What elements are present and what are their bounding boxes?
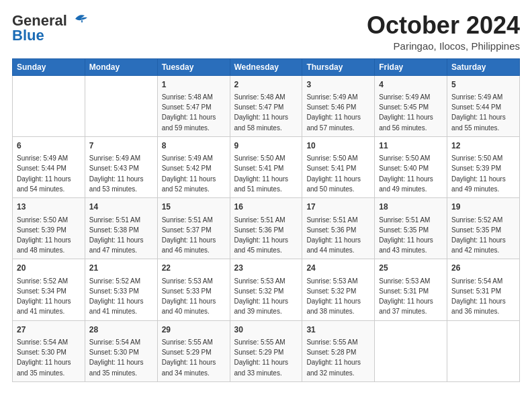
day-number: 19 bbox=[451, 201, 515, 213]
day-detail: Sunrise: 5:53 AM Sunset: 5:32 PM Dayligh… bbox=[234, 277, 289, 316]
day-detail: Sunrise: 5:55 AM Sunset: 5:28 PM Dayligh… bbox=[306, 338, 361, 377]
day-number: 18 bbox=[379, 201, 443, 213]
calendar-day-cell: 21Sunrise: 5:52 AM Sunset: 5:33 PM Dayli… bbox=[85, 259, 157, 320]
title-block: October 2024 Paringao, Ilocos, Philippin… bbox=[367, 12, 520, 52]
day-detail: Sunrise: 5:52 AM Sunset: 5:33 PM Dayligh… bbox=[89, 277, 144, 316]
day-number: 12 bbox=[451, 140, 515, 152]
logo-blue: Blue bbox=[12, 27, 44, 44]
calendar-day-cell: 2Sunrise: 5:48 AM Sunset: 5:47 PM Daylig… bbox=[230, 75, 302, 136]
calendar-day-cell: 30Sunrise: 5:55 AM Sunset: 5:29 PM Dayli… bbox=[230, 320, 302, 381]
calendar-week-row: 13Sunrise: 5:50 AM Sunset: 5:39 PM Dayli… bbox=[13, 198, 520, 259]
calendar-day-cell: 23Sunrise: 5:53 AM Sunset: 5:32 PM Dayli… bbox=[230, 259, 302, 320]
day-detail: Sunrise: 5:48 AM Sunset: 5:47 PM Dayligh… bbox=[162, 93, 216, 132]
day-detail: Sunrise: 5:52 AM Sunset: 5:34 PM Dayligh… bbox=[17, 277, 71, 316]
calendar-day-cell bbox=[375, 320, 447, 381]
weekday-header: Wednesday bbox=[230, 58, 302, 75]
calendar-day-cell: 3Sunrise: 5:49 AM Sunset: 5:46 PM Daylig… bbox=[302, 75, 375, 136]
calendar-day-cell: 27Sunrise: 5:54 AM Sunset: 5:30 PM Dayli… bbox=[13, 320, 85, 381]
weekday-header: Sunday bbox=[13, 58, 85, 75]
day-number: 26 bbox=[451, 263, 515, 274]
day-number: 5 bbox=[451, 79, 515, 91]
weekday-header: Thursday bbox=[302, 58, 375, 75]
day-number: 23 bbox=[234, 263, 298, 274]
weekday-header: Tuesday bbox=[157, 58, 230, 75]
calendar-day-cell: 29Sunrise: 5:55 AM Sunset: 5:29 PM Dayli… bbox=[157, 320, 230, 381]
calendar-day-cell: 1Sunrise: 5:48 AM Sunset: 5:47 PM Daylig… bbox=[157, 75, 230, 136]
day-number: 9 bbox=[234, 140, 298, 152]
day-detail: Sunrise: 5:50 AM Sunset: 5:39 PM Dayligh… bbox=[451, 154, 506, 193]
calendar-day-cell: 9Sunrise: 5:50 AM Sunset: 5:41 PM Daylig… bbox=[230, 136, 302, 197]
day-detail: Sunrise: 5:51 AM Sunset: 5:38 PM Dayligh… bbox=[89, 216, 144, 255]
calendar-day-cell: 28Sunrise: 5:54 AM Sunset: 5:30 PM Dayli… bbox=[85, 320, 157, 381]
header: General Blue October 2024 Paringao, Iloc… bbox=[12, 12, 520, 52]
logo-bird-icon bbox=[70, 12, 90, 27]
day-number: 27 bbox=[17, 324, 81, 336]
day-number: 28 bbox=[89, 324, 153, 336]
calendar-day-cell: 19Sunrise: 5:52 AM Sunset: 5:35 PM Dayli… bbox=[447, 198, 520, 259]
calendar-week-row: 27Sunrise: 5:54 AM Sunset: 5:30 PM Dayli… bbox=[13, 320, 520, 381]
calendar-day-cell: 25Sunrise: 5:53 AM Sunset: 5:31 PM Dayli… bbox=[375, 259, 447, 320]
location-subtitle: Paringao, Ilocos, Philippines bbox=[367, 40, 520, 52]
weekday-header: Saturday bbox=[447, 58, 520, 75]
calendar-day-cell bbox=[447, 320, 520, 381]
calendar-day-cell bbox=[13, 75, 85, 136]
calendar-day-cell: 31Sunrise: 5:55 AM Sunset: 5:28 PM Dayli… bbox=[302, 320, 375, 381]
day-number: 21 bbox=[89, 263, 153, 274]
calendar-day-cell: 24Sunrise: 5:53 AM Sunset: 5:32 PM Dayli… bbox=[302, 259, 375, 320]
day-number: 1 bbox=[162, 79, 226, 91]
month-title: October 2024 bbox=[367, 12, 520, 39]
calendar-day-cell: 11Sunrise: 5:50 AM Sunset: 5:40 PM Dayli… bbox=[375, 136, 447, 197]
calendar-header-row: SundayMondayTuesdayWednesdayThursdayFrid… bbox=[13, 58, 520, 75]
calendar-day-cell: 4Sunrise: 5:49 AM Sunset: 5:45 PM Daylig… bbox=[375, 75, 447, 136]
day-detail: Sunrise: 5:55 AM Sunset: 5:29 PM Dayligh… bbox=[162, 338, 216, 377]
day-detail: Sunrise: 5:51 AM Sunset: 5:36 PM Dayligh… bbox=[234, 216, 289, 255]
logo: General Blue bbox=[12, 12, 90, 44]
calendar-week-row: 1Sunrise: 5:48 AM Sunset: 5:47 PM Daylig… bbox=[13, 75, 520, 136]
calendar-day-cell: 13Sunrise: 5:50 AM Sunset: 5:39 PM Dayli… bbox=[13, 198, 85, 259]
calendar-day-cell: 14Sunrise: 5:51 AM Sunset: 5:38 PM Dayli… bbox=[85, 198, 157, 259]
day-number: 29 bbox=[162, 324, 226, 336]
day-number: 4 bbox=[379, 79, 443, 91]
day-number: 31 bbox=[306, 324, 370, 336]
calendar-day-cell: 16Sunrise: 5:51 AM Sunset: 5:36 PM Dayli… bbox=[230, 198, 302, 259]
calendar-day-cell: 15Sunrise: 5:51 AM Sunset: 5:37 PM Dayli… bbox=[157, 198, 230, 259]
day-number: 16 bbox=[234, 201, 298, 213]
day-detail: Sunrise: 5:51 AM Sunset: 5:36 PM Dayligh… bbox=[306, 216, 361, 255]
day-detail: Sunrise: 5:49 AM Sunset: 5:44 PM Dayligh… bbox=[17, 154, 71, 193]
day-detail: Sunrise: 5:53 AM Sunset: 5:32 PM Dayligh… bbox=[306, 277, 361, 316]
day-number: 15 bbox=[162, 201, 226, 213]
calendar-day-cell: 10Sunrise: 5:50 AM Sunset: 5:41 PM Dayli… bbox=[302, 136, 375, 197]
day-detail: Sunrise: 5:51 AM Sunset: 5:35 PM Dayligh… bbox=[379, 216, 433, 255]
day-detail: Sunrise: 5:53 AM Sunset: 5:33 PM Dayligh… bbox=[162, 277, 216, 316]
weekday-header: Monday bbox=[85, 58, 157, 75]
day-number: 7 bbox=[89, 140, 153, 152]
day-detail: Sunrise: 5:50 AM Sunset: 5:40 PM Dayligh… bbox=[379, 154, 433, 193]
day-number: 3 bbox=[306, 79, 370, 91]
day-number: 2 bbox=[234, 79, 298, 91]
day-number: 20 bbox=[17, 263, 81, 274]
day-detail: Sunrise: 5:50 AM Sunset: 5:41 PM Dayligh… bbox=[306, 154, 361, 193]
day-number: 17 bbox=[306, 201, 370, 213]
calendar-week-row: 6Sunrise: 5:49 AM Sunset: 5:44 PM Daylig… bbox=[13, 136, 520, 197]
day-number: 14 bbox=[89, 201, 153, 213]
calendar-day-cell: 26Sunrise: 5:54 AM Sunset: 5:31 PM Dayli… bbox=[447, 259, 520, 320]
day-number: 25 bbox=[379, 263, 443, 274]
calendar-table: SundayMondayTuesdayWednesdayThursdayFrid… bbox=[12, 58, 520, 382]
day-number: 11 bbox=[379, 140, 443, 152]
calendar-day-cell: 18Sunrise: 5:51 AM Sunset: 5:35 PM Dayli… bbox=[375, 198, 447, 259]
day-detail: Sunrise: 5:51 AM Sunset: 5:37 PM Dayligh… bbox=[162, 216, 216, 255]
day-detail: Sunrise: 5:55 AM Sunset: 5:29 PM Dayligh… bbox=[234, 338, 289, 377]
day-number: 22 bbox=[162, 263, 226, 274]
calendar-day-cell: 6Sunrise: 5:49 AM Sunset: 5:44 PM Daylig… bbox=[13, 136, 85, 197]
day-detail: Sunrise: 5:48 AM Sunset: 5:47 PM Dayligh… bbox=[234, 93, 289, 132]
day-number: 6 bbox=[17, 140, 81, 152]
day-detail: Sunrise: 5:49 AM Sunset: 5:43 PM Dayligh… bbox=[89, 154, 144, 193]
day-detail: Sunrise: 5:54 AM Sunset: 5:31 PM Dayligh… bbox=[451, 277, 506, 316]
calendar-day-cell: 12Sunrise: 5:50 AM Sunset: 5:39 PM Dayli… bbox=[447, 136, 520, 197]
calendar-day-cell: 7Sunrise: 5:49 AM Sunset: 5:43 PM Daylig… bbox=[85, 136, 157, 197]
calendar-day-cell: 5Sunrise: 5:49 AM Sunset: 5:44 PM Daylig… bbox=[447, 75, 520, 136]
day-detail: Sunrise: 5:49 AM Sunset: 5:42 PM Dayligh… bbox=[162, 154, 216, 193]
day-detail: Sunrise: 5:54 AM Sunset: 5:30 PM Dayligh… bbox=[89, 338, 144, 377]
day-detail: Sunrise: 5:53 AM Sunset: 5:31 PM Dayligh… bbox=[379, 277, 433, 316]
day-detail: Sunrise: 5:50 AM Sunset: 5:39 PM Dayligh… bbox=[17, 216, 71, 255]
